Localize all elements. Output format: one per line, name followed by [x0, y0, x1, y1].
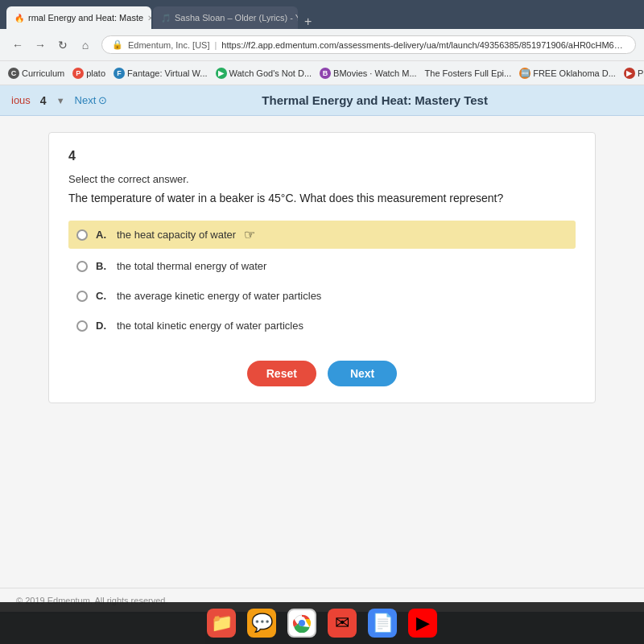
option-a-text: the heat capacity of water: [117, 229, 236, 241]
option-b-letter: B.: [96, 260, 109, 272]
option-c-letter: C.: [96, 290, 109, 302]
tab-inactive[interactable]: 🎵 Sasha Sloan – Older (Lyrics) - Yo ✕: [153, 6, 298, 29]
question-card: 4 Select the correct answer. The tempera…: [48, 132, 596, 403]
forward-button[interactable]: →: [31, 35, 50, 55]
url-bar[interactable]: 🔒 Edmentum, Inc. [US] | https://f2.app.e…: [101, 35, 636, 54]
next-label-toolbar: Next: [75, 94, 97, 106]
question-number: 4: [68, 149, 576, 163]
button-row: Reset Next: [68, 361, 576, 386]
page-content: 4 Select the correct answer. The tempera…: [0, 116, 644, 588]
option-d-text: the total kinetic energy of water partic…: [117, 320, 303, 332]
tab-inactive-label: Sasha Sloan – Older (Lyrics) - Yo: [175, 13, 298, 23]
svg-point-1: [299, 620, 305, 626]
bookmark-watchgod-label: Watch God's Not D...: [229, 68, 312, 78]
new-tab-button[interactable]: +: [299, 14, 316, 29]
bookmark-plato[interactable]: P plato: [72, 68, 105, 79]
question-text: The temperature of water in a beaker is …: [68, 192, 576, 204]
bookmark-curriculum-icon: C: [8, 68, 19, 79]
bookmark-oklahoma-icon: 🆓: [519, 68, 530, 79]
youtube-icon[interactable]: ▶: [408, 609, 437, 638]
option-a-letter: A.: [96, 229, 109, 241]
next-button-toolbar[interactable]: Next ⊙: [75, 94, 108, 106]
bookmark-fantage[interactable]: F Fantage: Virtual W...: [114, 68, 207, 79]
bookmark-fosters-label: The Fosters Full Epi...: [425, 68, 512, 78]
url-text: https://f2.app.edmentum.com/assessments-…: [221, 40, 625, 50]
radio-b[interactable]: [76, 261, 88, 272]
files-icon[interactable]: 📁: [207, 609, 236, 638]
site-name: Edmentum, Inc. [US]: [128, 40, 209, 50]
back-button[interactable]: ←: [8, 35, 27, 55]
next-button[interactable]: Next: [328, 361, 397, 386]
title-bar: 🔥 rmal Energy and Heat: Maste ✕ 🎵 Sasha …: [0, 0, 644, 29]
radio-a[interactable]: [76, 229, 88, 241]
browser-window: 🔥 rmal Energy and Heat: Maste ✕ 🎵 Sasha …: [0, 0, 644, 612]
bookmark-watchgod[interactable]: ▶ Watch God's Not D...: [216, 68, 312, 79]
option-b[interactable]: B. the total thermal energy of water: [68, 254, 576, 279]
chrome-icon[interactable]: [287, 609, 316, 638]
tab-active[interactable]: 🔥 rmal Energy and Heat: Maste ✕: [6, 6, 151, 29]
radio-c[interactable]: [76, 291, 88, 302]
next-icon: ⊙: [98, 94, 107, 106]
bookmark-bmovies[interactable]: B BMovies · Watch M...: [320, 68, 417, 79]
docs-icon[interactable]: 📄: [368, 609, 397, 638]
lock-icon: 🔒: [112, 39, 123, 50]
bookmark-playfli-icon: ▶: [624, 68, 635, 79]
option-a[interactable]: A. the heat capacity of water ☞: [68, 221, 576, 249]
bookmark-fantage-icon: F: [114, 68, 125, 79]
bookmark-oklahoma-label: FREE Oklahoma D...: [533, 68, 616, 78]
question-instruction: Select the correct answer.: [68, 173, 576, 185]
refresh-button[interactable]: ↻: [53, 35, 72, 55]
page-title: Thermal Energy and Heat: Mastery Test: [117, 93, 633, 107]
reset-button[interactable]: Reset: [247, 361, 316, 386]
home-button[interactable]: ⌂: [76, 35, 95, 55]
bookmark-watchgod-icon: ▶: [216, 68, 227, 79]
bookmark-curriculum[interactable]: C Curriculum: [8, 68, 64, 79]
option-d[interactable]: D. the total kinetic energy of water par…: [68, 313, 576, 338]
bookmark-fantage-label: Fantage: Virtual W...: [127, 68, 207, 78]
bookmark-plato-icon: P: [72, 68, 84, 79]
address-bar: ← → ↻ ⌂ 🔒 Edmentum, Inc. [US] | https://…: [0, 29, 644, 61]
tab-strip: 🔥 rmal Energy and Heat: Maste ✕ 🎵 Sasha …: [6, 0, 316, 29]
option-b-text: the total thermal energy of water: [117, 260, 266, 272]
bookmark-bmovies-icon: B: [320, 68, 331, 79]
tab-active-label: rmal Energy and Heat: Maste: [28, 13, 143, 23]
page-toolbar: ious 4 ▼ Next ⊙ Thermal Energy and Heat:…: [0, 85, 644, 116]
question-number-toolbar: 4: [40, 94, 47, 107]
mail-icon[interactable]: ✉: [328, 609, 357, 638]
option-d-letter: D.: [96, 320, 109, 332]
bookmark-playfli-label: Playfli...: [638, 68, 644, 78]
bookmark-bmovies-label: BMovies · Watch M...: [333, 68, 417, 78]
bookmarks-bar: C Curriculum P plato F Fantage: Virtual …: [0, 61, 644, 85]
bookmark-curriculum-label: Curriculum: [22, 68, 64, 78]
tab-close-active[interactable]: ✕: [147, 14, 151, 23]
taskbar: 📁 💬 ✉ 📄 ▶: [0, 602, 644, 644]
bookmark-playfli[interactable]: ▶ Playfli...: [624, 68, 644, 79]
bookmark-plato-label: plato: [86, 68, 105, 78]
bookmark-oklahoma[interactable]: 🆓 FREE Oklahoma D...: [519, 68, 616, 79]
option-c-text: the average kinetic energy of water part…: [117, 290, 321, 302]
chat-icon[interactable]: 💬: [247, 609, 276, 638]
prev-button[interactable]: ious: [11, 94, 31, 106]
nav-buttons: ← → ↻ ⌂: [8, 35, 95, 55]
bookmark-fosters[interactable]: The Fosters Full Epi...: [425, 68, 512, 78]
radio-d[interactable]: [76, 320, 88, 332]
dropdown-icon[interactable]: ▼: [56, 96, 65, 105]
prev-label: ious: [11, 94, 31, 106]
option-c[interactable]: C. the average kinetic energy of water p…: [68, 283, 576, 308]
url-separator: |: [214, 40, 217, 50]
cursor-hand-icon: ☞: [244, 227, 255, 242]
